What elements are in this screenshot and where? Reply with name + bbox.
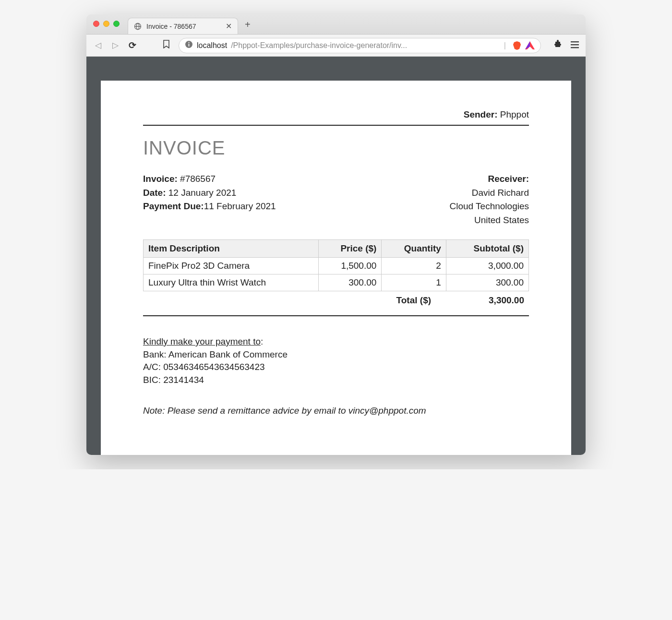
payment-bic: BIC: 23141434 — [143, 374, 529, 387]
toolbar: ◁ ▷ ⟳ localhost/Phppot-Examples/purchase… — [86, 35, 586, 57]
bat-icon[interactable] — [525, 41, 535, 49]
col-price: Price ($) — [318, 240, 382, 258]
menu-icon[interactable] — [571, 40, 579, 51]
maximize-window-button[interactable] — [113, 21, 120, 27]
invoice-date: 12 January 2021 — [168, 188, 237, 198]
table-header-row: Item Description Price ($) Quantity Subt… — [144, 240, 529, 258]
divider — [143, 125, 529, 126]
bookmark-icon[interactable] — [161, 40, 171, 51]
receiver-country: United States — [450, 214, 529, 227]
payment-info: Kindly make your payment to: Bank: Ameri… — [143, 335, 529, 386]
forward-button[interactable]: ▷ — [110, 40, 120, 50]
cell-qty: 1 — [382, 274, 446, 291]
globe-icon — [134, 23, 142, 30]
total-value: 3,300.00 — [489, 295, 524, 306]
invoice-document: Sender: Phppot INVOICE Invoice: #786567 … — [101, 81, 571, 455]
total-label: Total ($) — [396, 295, 431, 306]
browser-tab[interactable]: Invoice - 786567 ✕ — [128, 18, 238, 34]
payment-due-label: Payment Due: — [143, 201, 204, 211]
payment-bank: Bank: American Bank of Commerce — [143, 348, 529, 361]
receiver-label: Receiver: — [488, 174, 529, 184]
close-tab-icon[interactable]: ✕ — [226, 22, 232, 31]
browser-window: Invoice - 786567 ✕ + ◁ ▷ ⟳ localhost/Php… — [86, 14, 586, 455]
items-table: Item Description Price ($) Quantity Subt… — [143, 239, 529, 291]
url-path: /Phppot-Examples/purchase-invoice-genera… — [231, 41, 497, 50]
svg-rect-7 — [571, 44, 579, 45]
payment-due: 11 February 2021 — [204, 201, 276, 211]
receiver-company: Cloud Technologies — [450, 200, 529, 214]
svg-rect-8 — [571, 47, 579, 48]
payment-account: A/C: 05346346543634563423 — [143, 361, 529, 374]
table-row: FinePix Pro2 3D Camera 1,500.00 2 3,000.… — [144, 258, 529, 274]
minimize-window-button[interactable] — [103, 21, 109, 27]
table-row: Luxury Ultra thin Wrist Watch 300.00 1 3… — [144, 274, 529, 291]
svg-point-5 — [188, 42, 189, 43]
col-description: Item Description — [144, 240, 319, 258]
total-row: Total ($) 3,300.00 — [143, 291, 529, 306]
invoice-number: #786567 — [180, 174, 216, 184]
sender-line: Sender: Phppot — [143, 109, 529, 120]
remittance-note: Note: Please send a remittance advice by… — [143, 405, 529, 416]
payment-heading: Kindly make your payment to — [143, 336, 261, 346]
site-info-icon[interactable] — [185, 40, 193, 50]
col-subtotal: Subtotal ($) — [446, 240, 528, 258]
cell-price: 300.00 — [318, 274, 382, 291]
sender-name: Phppot — [500, 109, 529, 119]
cell-desc: FinePix Pro2 3D Camera — [144, 258, 319, 274]
reload-button[interactable]: ⟳ — [128, 40, 137, 51]
meta-row: Invoice: #786567 Date: 12 January 2021 P… — [143, 172, 529, 227]
cell-desc: Luxury Ultra thin Wrist Watch — [144, 274, 319, 291]
back-button[interactable]: ◁ — [93, 40, 103, 50]
cell-qty: 2 — [382, 258, 446, 274]
receiver-meta: Receiver: David Richard Cloud Technologi… — [450, 172, 529, 227]
receiver-name: David Richard — [450, 186, 529, 200]
close-window-button[interactable] — [93, 21, 99, 27]
viewport: Sender: Phppot INVOICE Invoice: #786567 … — [86, 57, 586, 455]
divider — [143, 315, 529, 316]
address-bar[interactable]: localhost/Phppot-Examples/purchase-invoi… — [179, 38, 541, 53]
invoice-number-label: Invoice: — [143, 174, 178, 184]
cell-price: 1,500.00 — [318, 258, 382, 274]
toolbar-right — [553, 40, 579, 51]
url-host: localhost — [197, 41, 227, 50]
sender-label: Sender: — [464, 109, 498, 119]
tab-title: Invoice - 786567 — [146, 23, 221, 30]
invoice-date-label: Date: — [143, 188, 166, 198]
svg-rect-4 — [189, 44, 190, 47]
extensions-icon[interactable] — [553, 40, 562, 51]
window-controls — [93, 21, 120, 27]
titlebar: Invoice - 786567 ✕ + — [86, 14, 586, 35]
svg-rect-6 — [571, 41, 579, 42]
brave-shield-icon[interactable] — [513, 41, 521, 50]
invoice-meta: Invoice: #786567 Date: 12 January 2021 P… — [143, 172, 276, 227]
cell-subtotal: 300.00 — [446, 274, 528, 291]
col-quantity: Quantity — [382, 240, 446, 258]
cell-subtotal: 3,000.00 — [446, 258, 528, 274]
document-title: INVOICE — [143, 137, 529, 159]
new-tab-button[interactable]: + — [242, 18, 253, 31]
